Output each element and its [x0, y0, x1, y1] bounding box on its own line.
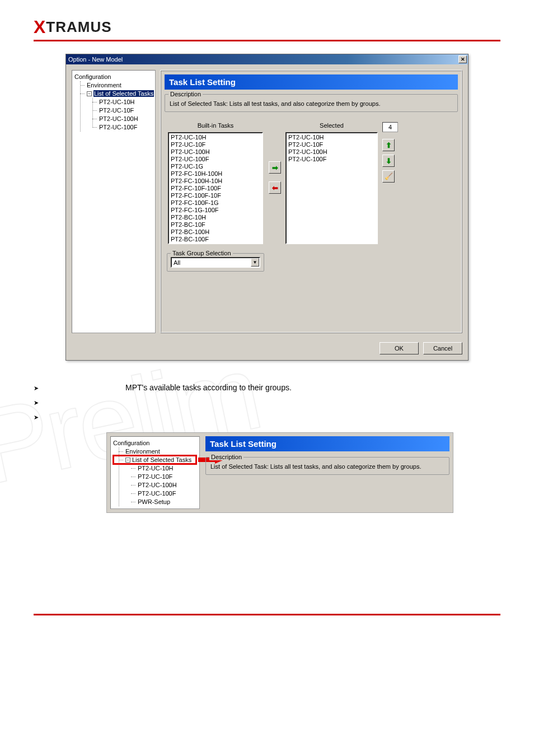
task-group-fieldset: Task Group Selection All ▼: [167, 253, 264, 272]
list-item[interactable]: PT2-FC-100F-1G: [170, 199, 261, 207]
bullet-text-1: MPT's available tasks according to their…: [47, 383, 500, 392]
list-item[interactable]: PT2-BC-100H: [170, 228, 261, 236]
option-dialog: Option - New Model ✕ Configuration Envir…: [65, 54, 469, 361]
window-title: Option - New Model: [68, 56, 458, 63]
ok-button[interactable]: OK: [380, 342, 419, 354]
tree-task-2[interactable]: PT2-UC-100H: [87, 115, 154, 123]
bullet-text-2: [47, 398, 500, 407]
arrow-down-icon: ⬇: [386, 157, 392, 165]
bullet-icon: ➤: [34, 383, 47, 392]
tree-item-environment[interactable]: Environment: [74, 81, 154, 90]
brand-rest: TRAMUS: [46, 18, 111, 35]
list-item[interactable]: PT2-FC-10H-100H: [170, 170, 261, 178]
brand-bar: XTRAMUS: [34, 17, 500, 41]
tree-task-1-2[interactable]: PT2-UC-10F: [125, 473, 198, 481]
selected-listbox[interactable]: PT2-UC-10H PT2-UC-10F PT2-UC-100H PT2-UC…: [285, 132, 378, 244]
description-fieldset-2: Description List of Selected Task: Lists…: [205, 457, 449, 475]
list-item[interactable]: PT2-FC-1G-100F: [170, 207, 261, 214]
remove-button[interactable]: ⬅: [269, 181, 281, 194]
clear-button[interactable]: 🧹: [382, 170, 395, 183]
move-down-button[interactable]: ⬇: [382, 155, 395, 167]
description-text-2: List of Selected Task: Lists all test ta…: [210, 461, 444, 470]
list-item[interactable]: PT2-UC-10H: [287, 134, 376, 141]
brand-logo: XTRAMUS: [34, 18, 112, 35]
builtin-label: Built-in Tasks: [198, 122, 234, 129]
description-legend-2: Description: [209, 454, 243, 460]
list-item[interactable]: PT2-UC-10F: [170, 141, 261, 148]
task-group-combo[interactable]: All ▼: [171, 257, 260, 268]
tree-task-1[interactable]: PT2-UC-10F: [87, 106, 154, 115]
footer-rule: [34, 614, 500, 615]
selected-count: 4: [382, 122, 398, 132]
list-item[interactable]: PT2-FC-100H-10H: [170, 178, 261, 185]
list-item[interactable]: PT2-BC-100F: [170, 236, 261, 243]
bullet-icon: ➤: [34, 412, 47, 421]
tree-item-list-selected[interactable]: −List of Selected Tasks: [74, 90, 154, 98]
selected-label: Selected: [320, 122, 344, 129]
tree-task-0-2[interactable]: PT2-UC-10H: [125, 464, 198, 473]
description-fieldset: Description List of Selected Task: Lists…: [165, 94, 458, 112]
description-text: List of Selected Task: Lists all test ta…: [170, 98, 453, 107]
collapse-icon[interactable]: −: [87, 91, 92, 96]
close-icon[interactable]: ✕: [458, 55, 467, 63]
config-tree-2[interactable]: Configuration Environment −List of Selec…: [110, 436, 200, 509]
tree-task-0[interactable]: PT2-UC-10H: [87, 98, 154, 106]
task-group-value: All: [172, 259, 251, 266]
bullet-text-3: [47, 412, 500, 421]
list-item[interactable]: PT2-BC-10F: [170, 221, 261, 228]
clear-icon: 🧹: [385, 172, 393, 180]
option-dialog-crop: Configuration Environment −List of Selec…: [106, 432, 453, 513]
chevron-down-icon[interactable]: ▼: [251, 258, 259, 267]
add-button[interactable]: ➡: [269, 161, 281, 174]
collapse-icon[interactable]: −: [125, 458, 130, 463]
builtin-listbox[interactable]: PT2-UC-10H PT2-UC-10F PT2-UC-100H PT2-UC…: [168, 132, 263, 244]
list-item[interactable]: PT2-FC-100F-10F: [170, 192, 261, 199]
list-item[interactable]: PT2-UC-100H: [287, 148, 376, 156]
task-group-legend: Task Group Selection: [171, 250, 233, 256]
list-item[interactable]: PT2-UC-100F: [170, 156, 261, 163]
tree-task-4-2[interactable]: PWR-Setup: [125, 498, 198, 506]
description-legend: Description: [168, 91, 203, 97]
move-up-button[interactable]: ⬆: [382, 139, 395, 151]
tree-task-3-2[interactable]: PT2-UC-100F: [125, 489, 198, 498]
tree-task-3[interactable]: PT2-UC-100F: [87, 123, 154, 132]
tree-task-2-2[interactable]: PT2-UC-100H: [125, 481, 198, 489]
list-item[interactable]: PT2-UC-1G: [170, 163, 261, 170]
banner-title-2: Task List Setting: [205, 436, 449, 451]
list-item[interactable]: PT2-FC-10F-100F: [170, 185, 261, 192]
titlebar: Option - New Model ✕: [66, 54, 468, 64]
list-item[interactable]: PT2-BC-1G: [170, 243, 261, 244]
tree-root-configuration[interactable]: Configuration: [74, 73, 154, 81]
cancel-button[interactable]: Cancel: [423, 342, 462, 354]
right-panel: Task List Setting Description List of Se…: [160, 70, 462, 333]
list-item[interactable]: PT2-UC-10H: [170, 134, 261, 141]
arrow-right-icon: ➡: [272, 164, 278, 172]
tree-item-environment-2[interactable]: Environment: [113, 447, 198, 456]
list-item[interactable]: PT2-UC-10F: [287, 141, 376, 148]
list-item[interactable]: PT2-BC-10H: [170, 214, 261, 221]
arrow-up-icon: ⬆: [386, 141, 392, 150]
brand-x: X: [34, 17, 46, 37]
tree-item-list-selected-2[interactable]: −List of Selected Tasks: [113, 456, 198, 464]
banner-title: Task List Setting: [165, 74, 458, 90]
config-tree[interactable]: Configuration Environment −List of Selec…: [72, 70, 156, 333]
arrow-left-icon: ⬅: [272, 184, 278, 192]
list-item[interactable]: PT2-UC-100H: [170, 148, 261, 156]
bullet-icon: ➤: [34, 398, 47, 407]
list-item[interactable]: PT2-UC-100F: [287, 156, 376, 163]
tree-root-configuration-2[interactable]: Configuration: [113, 439, 198, 447]
